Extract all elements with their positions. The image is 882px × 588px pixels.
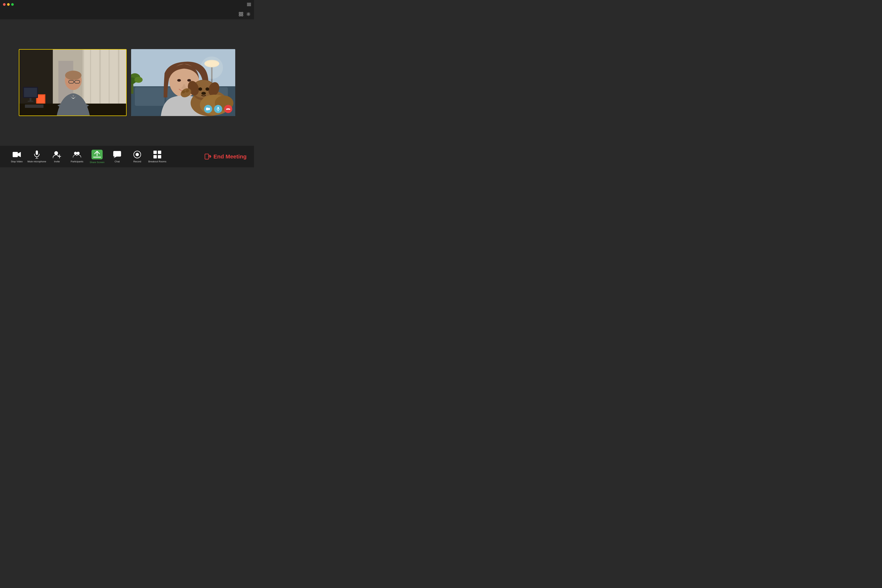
remote-video-button[interactable] [204,105,212,113]
bottom-toolbar: Stop Video Mute microphone [0,146,254,167]
svg-rect-84 [158,155,161,158]
video-icon [13,150,21,159]
svg-point-27 [65,70,81,80]
chat-button[interactable]: Chat [108,149,126,164]
svg-rect-2 [247,6,251,6]
svg-rect-35 [135,87,165,106]
svg-rect-81 [153,151,157,154]
settings-button[interactable] [246,12,251,17]
exit-icon [204,153,211,160]
svg-point-45 [135,77,142,83]
top-toolbar [0,9,254,20]
svg-rect-67 [13,152,18,157]
svg-rect-4 [242,12,243,14]
svg-rect-77 [93,157,101,158]
invite-icon [53,150,61,159]
svg-rect-5 [239,15,241,16]
breakout-rooms-button[interactable]: Breakout Rooms [148,149,166,164]
close-button[interactable] [3,3,6,6]
svg-point-74 [74,152,77,155]
stop-video-button[interactable]: Stop Video [8,149,26,164]
maximize-button[interactable] [11,3,14,6]
record-label: Record [134,160,141,163]
svg-rect-68 [36,150,38,155]
record-button[interactable]: Record [128,149,147,164]
breakout-rooms-label: Breakout Rooms [148,160,166,163]
remote-mic-button[interactable] [214,105,222,113]
svg-rect-85 [205,154,208,159]
mute-microphone-label: Mute microphone [27,160,46,163]
svg-rect-63 [206,108,208,110]
svg-point-71 [54,151,58,155]
svg-rect-78 [113,151,121,157]
svg-point-48 [187,79,191,82]
svg-point-75 [76,152,80,155]
fullscreen-button[interactable] [238,12,244,17]
participants-icon [73,150,81,159]
video-area [0,20,254,146]
mute-microphone-button[interactable]: Mute microphone [27,149,46,164]
participants-button[interactable]: Participants [68,149,86,164]
remote-video [131,49,235,116]
local-video-bg [20,50,126,116]
end-meeting-label: End Meeting [213,153,247,160]
invite-button[interactable]: Invite [48,149,66,164]
svg-point-47 [177,79,181,82]
remote-video-controls [204,105,232,113]
svg-rect-31 [28,101,33,102]
svg-rect-1 [247,4,251,5]
svg-rect-3 [239,12,241,14]
svg-point-26 [72,95,74,96]
remote-end-button[interactable] [224,105,232,113]
svg-point-56 [206,87,209,91]
mic-icon [33,150,41,159]
chat-icon [113,150,121,159]
svg-rect-83 [153,155,157,158]
record-icon [133,150,141,159]
toolbar-buttons: Stop Video Mute microphone [8,148,166,165]
end-meeting-button[interactable]: End Meeting [204,153,247,160]
svg-rect-64 [218,107,219,109]
svg-point-57 [201,92,206,95]
local-scene-svg [20,50,126,116]
share-screen-button[interactable]: Share Screen [88,148,106,165]
svg-rect-30 [30,98,32,101]
local-video [19,49,127,116]
svg-point-80 [136,153,139,156]
minimize-button[interactable] [7,3,10,6]
hamburger-icon[interactable] [247,3,251,6]
svg-rect-82 [158,151,161,154]
svg-rect-6 [242,15,243,16]
svg-rect-29 [24,88,37,97]
chat-label: Chat [114,160,120,163]
svg-point-55 [198,87,202,91]
svg-rect-32 [25,105,44,108]
share-screen-label: Share Screen [90,161,105,164]
title-bar [0,0,254,9]
participants-label: Participants [70,160,83,163]
grid-icon [153,150,161,159]
svg-rect-21 [37,95,45,104]
svg-point-7 [248,14,249,15]
window-controls [3,3,14,6]
stop-video-label: Stop Video [11,160,22,163]
invite-label: Invite [54,160,60,163]
remote-video-bg [131,49,235,116]
share-screen-icon [92,150,103,159]
svg-rect-0 [247,3,251,3]
